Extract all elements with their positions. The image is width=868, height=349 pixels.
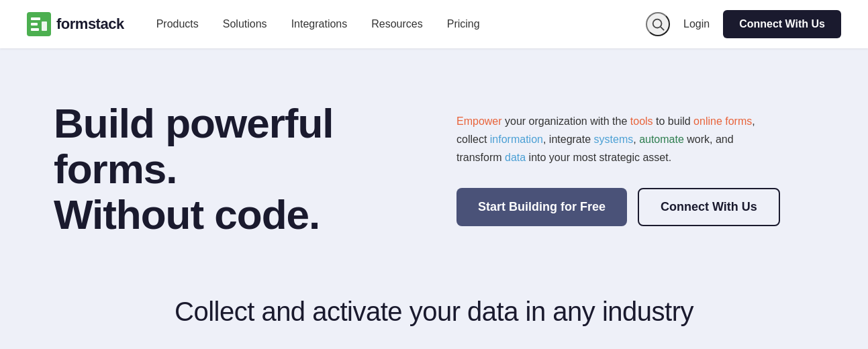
hero-buttons: Start Building for Free Connect With Us [456, 188, 806, 226]
svg-rect-4 [42, 21, 47, 31]
logo[interactable]: formstack [27, 12, 124, 36]
search-button[interactable] [646, 12, 670, 36]
nav-solutions[interactable]: Solutions [212, 13, 278, 36]
hero-section: Build powerful forms. Without code. Empo… [0, 48, 868, 283]
navbar: formstack Products Solutions Integration… [0, 0, 868, 48]
start-building-button[interactable]: Start Building for Free [456, 188, 627, 226]
svg-rect-3 [31, 28, 39, 31]
nav-pricing[interactable]: Pricing [436, 13, 491, 36]
hero-headline: Build powerful forms. Without code. [54, 101, 403, 238]
svg-rect-1 [31, 17, 40, 20]
bottom-headline: Collect and activate your data in any in… [54, 297, 814, 327]
bottom-section: Collect and activate your data in any in… [0, 283, 868, 347]
formstack-logo-icon [27, 12, 51, 36]
svg-point-5 [653, 19, 662, 28]
nav-right: Login Connect With Us [646, 10, 841, 38]
svg-rect-0 [27, 12, 51, 36]
connect-with-us-hero-button[interactable]: Connect With Us [638, 188, 780, 226]
search-icon [650, 17, 665, 32]
svg-rect-2 [31, 23, 38, 26]
nav-links: Products Solutions Integrations Resource… [146, 13, 646, 36]
nav-products[interactable]: Products [146, 13, 209, 36]
hero-left: Build powerful forms. Without code. [54, 101, 403, 238]
logo-text: formstack [56, 15, 124, 33]
hero-description: Empower your organization with the tools… [456, 112, 806, 167]
nav-resources[interactable]: Resources [360, 13, 433, 36]
svg-line-6 [661, 27, 664, 30]
login-link[interactable]: Login [683, 18, 710, 30]
nav-integrations[interactable]: Integrations [281, 13, 358, 36]
hero-right: Empower your organization with the tools… [456, 112, 806, 227]
connect-with-us-nav-button[interactable]: Connect With Us [723, 10, 841, 38]
